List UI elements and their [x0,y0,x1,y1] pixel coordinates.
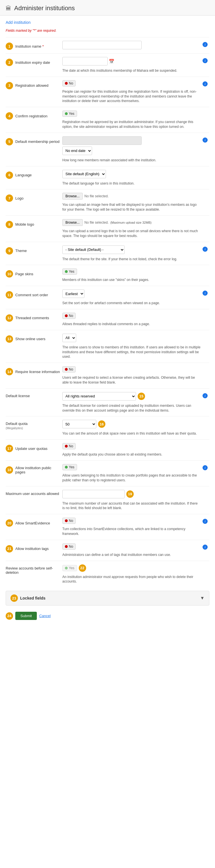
info-icon-5[interactable]: i [203,137,208,143]
label-membership: Default membership period [15,140,60,144]
max-accounts-input[interactable] [62,490,124,498]
label-page-skins: Page skins [15,272,33,276]
label-col-3: 3 Registration allowed [6,80,62,89]
info-col-11: i [201,289,209,296]
label-public-pages: Allow institution public pages [15,466,62,474]
membership-period-select[interactable]: No end date [62,147,92,155]
required-note: Fields marked by "*" are required. [6,29,209,33]
label-col-6: 6 Language [6,170,62,179]
confirm-reg-toggle-btn[interactable]: Yes [62,111,77,117]
field-review-accounts: Review accounts before self-deletion Yes… [6,561,209,588]
review-accounts-dot [65,567,68,569]
control-col-6: Site default (English) The default langu… [62,170,201,186]
public-pages-toggle-btn[interactable]: Yes [62,464,77,470]
add-institution-link[interactable]: Add institution [6,20,209,25]
page-skins-toggle-btn[interactable]: Yes [62,269,77,275]
threaded-toggle-btn[interactable]: No [62,313,76,319]
threaded-toggle: No [62,313,76,319]
field-expiry-date: 2 Institution expiry date 📅 The date at … [6,53,209,76]
registration-toggle-btn[interactable]: No [62,80,76,87]
step-badge-2: 2 [6,59,13,66]
field-smartevidence: 20 Allow SmartEvidence No Turn collectio… [6,514,209,540]
threaded-dot [65,314,68,317]
label-col-19: Maximum user accounts allowed [6,490,62,496]
submit-badge-wrap: 24 Submit Cancel [6,612,51,620]
step-badge-13: 13 [6,335,13,343]
default-license-select[interactable]: All rights reserved [62,392,136,401]
review-accounts-toggle-btn[interactable]: Yes [62,565,77,571]
language-select[interactable]: Site default (English) [62,170,106,178]
label-col-15: Default license [6,392,62,398]
mobile-logo-no-file: No file selected. [84,221,108,224]
info-col-7 [201,193,209,194]
locked-fields-section: 23 Locked fields ▼ [6,591,209,606]
submit-button[interactable]: Submit [15,612,37,620]
label-threaded: Threaded comments [15,316,49,320]
control-col-1 [62,41,201,49]
step-badge-10: 10 [6,270,13,278]
logo-browse-btn[interactable]: Browse... [62,193,83,199]
step-badge-24: 24 [6,612,13,620]
calendar-icon[interactable]: 📅 [109,59,114,64]
confirm-reg-toggle-label: Yes [69,112,74,116]
theme-hint: The default theme for the site. If your … [62,256,201,262]
review-accounts-hint: An institution administrator must approv… [62,574,201,584]
info-icon-18[interactable]: i [203,465,208,470]
control-col-5: No end date How long new members remain … [62,136,201,163]
info-col-21: i [201,544,209,550]
field-threaded-comments: 12 Threaded comments No Allows threaded … [6,309,209,330]
confirm-reg-dot [65,112,68,115]
info-icon-2[interactable]: i [203,58,208,63]
info-icon-1[interactable]: i [203,42,208,47]
info-icon-20[interactable]: i [203,519,208,524]
info-icon-9[interactable]: i [203,247,208,252]
label-default-quota: Default quota(Megabytes) [6,422,28,430]
expiry-date-input[interactable] [62,57,108,65]
label-col-2: 2 Institution expiry date [6,57,62,66]
field-institution-name: 1 Institution name * i [6,37,209,53]
field-page-skins: 10 Page skins Yes Members of this instit… [6,265,209,286]
info-icon-15[interactable]: i [203,393,208,398]
threaded-toggle-label: No [69,314,73,318]
locked-fields-title: Locked fields [20,596,45,600]
update-quotas-toggle-btn[interactable]: No [62,443,76,449]
step-badge-19: 19 [126,490,134,498]
locked-fields-header[interactable]: 23 Locked fields ▼ [6,591,209,605]
online-users-select[interactable]: All [62,334,76,342]
label-expiry-date: Institution expiry date [15,60,50,65]
language-hint: The default language for users in this i… [62,180,201,186]
institution-tags-toggle-btn[interactable]: No [62,544,76,550]
info-col-14 [201,366,209,367]
institution-name-input[interactable] [62,41,142,49]
label-col-12: 12 Threaded comments [6,313,62,322]
mobile-logo-browse-btn[interactable]: Browse... [62,219,83,226]
theme-select[interactable]: - Site default (Default) - [62,246,124,254]
info-icon-21[interactable]: i [203,545,208,550]
cancel-button[interactable]: Cancel [39,614,50,618]
institution-icon: 🏛 [6,5,11,11]
membership-period-input[interactable] [62,136,142,145]
label-language: Language [15,173,32,177]
label-default-license: Default license [6,394,30,398]
field-membership-period: 5 Default membership period No end date … [6,133,209,166]
page-skins-toggle-label: Yes [69,270,74,274]
label-col-1: 1 Institution name * [6,41,62,50]
info-col-13 [201,334,209,335]
info-icon-3[interactable]: i [203,81,208,87]
field-confirm-registration: 4 Confirm registration Yes Registration … [6,107,209,133]
default-quota-select[interactable]: 50 [62,420,96,428]
update-quotas-hint: Apply the default quota you choose above… [62,451,201,457]
registration-toggle-label: No [69,81,73,85]
label-col-8: 8 Mobile logo [6,219,62,228]
label-col-13: 13 Show online users [6,334,62,343]
comment-sort-select[interactable]: Earliest [62,289,84,298]
step-badge-11: 11 [6,291,13,299]
info-icon-11[interactable]: i [203,290,208,296]
require-license-toggle-btn[interactable]: No [62,366,76,372]
field-registration-allowed: 3 Registration allowed No People can reg… [6,76,209,107]
label-col-7: 7 Logo [6,193,62,202]
public-pages-toggle: Yes [62,464,77,470]
max-accounts-hint: The maximum number of user accounts that… [62,500,201,511]
update-quotas-dot [65,445,68,447]
smartevidence-toggle-btn[interactable]: No [62,518,76,524]
